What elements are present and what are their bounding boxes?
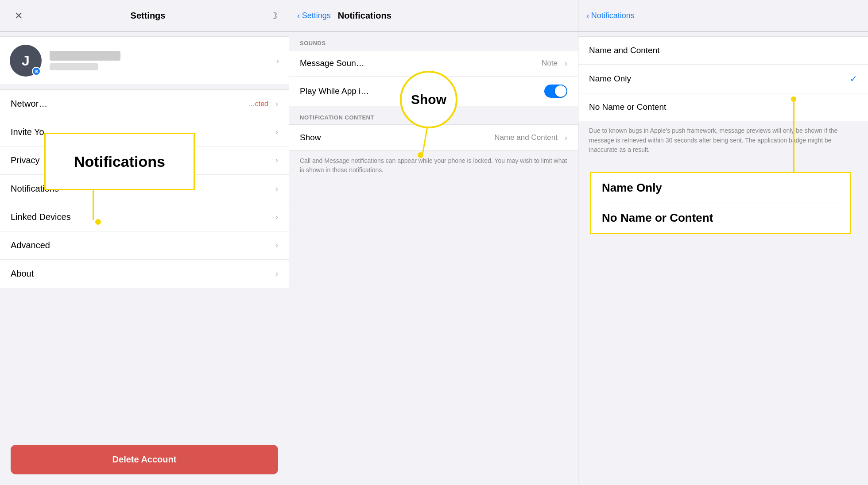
network-label: Networ…: [11, 99, 47, 109]
avatar-badge: ⊙: [32, 67, 41, 76]
settings-title: Settings: [131, 11, 166, 21]
linked-devices-label: Linked Devices: [11, 212, 71, 222]
profile-name-block: [50, 51, 273, 70]
show-option-name-only[interactable]: Name Only ✓: [578, 65, 868, 93]
linked-devices-chevron-icon: ›: [275, 212, 278, 222]
about-right: ›: [272, 269, 278, 278]
privacy-right: ›: [272, 156, 278, 165]
show-options-panel: ‹ Notifications Name and Content Name On…: [578, 0, 868, 485]
show-options-header: ‹ Notifications: [578, 0, 868, 32]
play-while-app-label: Play While App i…: [300, 86, 369, 96]
notifications-header: ‹ Settings Notifications: [289, 0, 578, 32]
settings-item-about[interactable]: About ›: [0, 260, 289, 288]
advanced-label: Advanced: [11, 240, 50, 250]
notifications-dot: [95, 219, 101, 225]
notification-description: Call and Message notifications can appea…: [289, 151, 578, 183]
advanced-chevron-icon: ›: [275, 241, 278, 250]
notification-content-list: Show Name and Content ›: [289, 124, 578, 151]
settings-header: ✕ Settings ☽: [0, 0, 289, 32]
settings-item-advanced[interactable]: Advanced ›: [0, 231, 289, 260]
notifications-annotation-text: Notifications: [74, 153, 165, 170]
show-dot: [418, 152, 423, 158]
name-only-arrow-line: [793, 101, 794, 174]
message-sound-right: Note ›: [542, 59, 567, 68]
notifications-arrow-line: [93, 188, 94, 220]
back-to-settings-button[interactable]: ‹ Settings: [297, 11, 331, 21]
show-right: Name and Content ›: [494, 133, 567, 142]
about-label: About: [11, 269, 34, 279]
notifications-annotation-box: Notifications: [44, 133, 195, 190]
message-sound-label: Message Soun…: [300, 58, 364, 68]
show-circle-annotation: Show: [400, 71, 457, 128]
camera-icon: ⊙: [35, 69, 38, 74]
show-item[interactable]: Show Name and Content ›: [289, 125, 578, 150]
play-while-app-toggle[interactable]: [544, 85, 567, 98]
back-chevron-icon: ‹: [297, 11, 300, 21]
show-options-description: Due to known bugs in Apple's push framew…: [578, 121, 868, 163]
invite-chevron-icon: ›: [275, 127, 278, 137]
name-and-content-label: Name and Content: [589, 46, 660, 55]
settings-item-network[interactable]: Networ… …cted ›: [0, 90, 289, 118]
close-button[interactable]: ✕: [11, 8, 27, 24]
name-only-dot: [791, 96, 796, 102]
avatar: J ⊙: [10, 45, 42, 77]
settings-item-linked-devices[interactable]: Linked Devices ›: [0, 203, 289, 231]
advanced-right: ›: [272, 241, 278, 250]
show-option-no-name-or-content[interactable]: No Name or Content: [578, 93, 868, 121]
back-label: Settings: [302, 11, 331, 20]
profile-row[interactable]: J ⊙ ›: [0, 36, 289, 85]
privacy-chevron-icon: ›: [275, 156, 278, 165]
show-back-chevron-icon: ‹: [586, 11, 589, 21]
network-chevron-icon: ›: [275, 99, 278, 108]
settings-panel: ✕ Settings ☽ J ⊙ › Networ… …cted › Invit…: [0, 0, 289, 485]
notifications-right: ›: [272, 184, 278, 193]
show-label: Show: [300, 133, 321, 142]
no-name-or-content-label: No Name or Content: [589, 102, 666, 112]
profile-sub-placeholder: [50, 63, 98, 70]
annotation-name-only: Name Only: [591, 173, 850, 203]
notifications-panel: ‹ Settings Notifications SOUNDS Message …: [289, 0, 578, 485]
invite-right: ›: [272, 127, 278, 137]
name-only-label: Name Only: [589, 74, 631, 84]
name-only-checkmark-icon: ✓: [850, 73, 857, 84]
message-sound-value: Note: [542, 59, 558, 68]
sounds-section-label: SOUNDS: [289, 32, 578, 50]
show-chevron-icon: ›: [565, 133, 567, 142]
show-circle-text: Show: [411, 92, 446, 107]
show-options-list: Name and Content Name Only ✓ No Name or …: [578, 36, 868, 121]
message-sound-chevron-icon: ›: [565, 59, 567, 68]
annotation-no-name: No Name or Content: [591, 203, 850, 233]
back-to-notifications-button[interactable]: ‹ Notifications: [586, 11, 635, 21]
avatar-initial: J: [22, 53, 30, 69]
notifications-chevron-icon: ›: [275, 184, 278, 193]
connected-text: …cted: [248, 100, 268, 108]
toggle-knob: [555, 85, 566, 97]
dark-mode-icon[interactable]: ☽: [269, 10, 278, 22]
profile-name-placeholder: [50, 51, 120, 61]
notifications-page-title: Notifications: [338, 11, 391, 21]
about-chevron-icon: ›: [275, 269, 278, 278]
profile-chevron-icon: ›: [276, 56, 279, 65]
network-right: …cted ›: [248, 99, 278, 108]
show-options-annotation-box: Name Only No Name or Content: [590, 172, 851, 234]
show-value: Name and Content: [494, 133, 558, 142]
delete-account-label: Delete Account: [112, 454, 177, 464]
linked-devices-right: ›: [272, 212, 278, 222]
show-option-name-and-content[interactable]: Name and Content: [578, 37, 868, 65]
show-back-label: Notifications: [591, 11, 635, 20]
privacy-label: Privacy: [11, 155, 40, 166]
delete-account-button[interactable]: Delete Account: [11, 445, 278, 474]
